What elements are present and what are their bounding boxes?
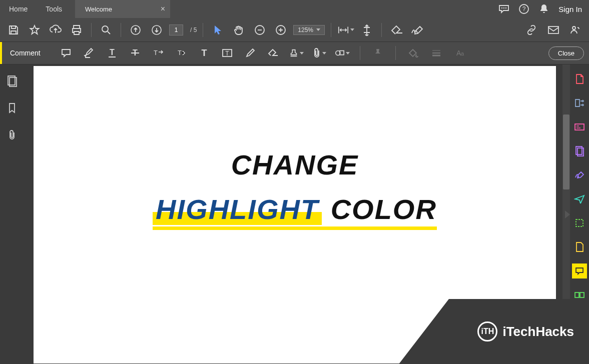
bookmarks-icon[interactable] [6,102,19,114]
email-icon[interactable] [545,22,562,38]
brand-logo-icon: iTH [477,322,497,342]
page-down-icon[interactable] [148,22,165,38]
comment-toolbar: Comment T T T T T T Aa Close [0,42,589,64]
text-comment-icon[interactable]: T [197,46,212,60]
pencil-draw-icon[interactable] [243,46,258,60]
svg-rect-29 [575,292,579,298]
hand-tool-icon[interactable] [230,22,247,38]
separator [203,23,203,37]
drawing-tools-icon[interactable] [335,46,350,60]
chevron-down-icon [316,28,320,31]
comment-label: Comment [10,49,41,57]
text-box-icon[interactable]: T [220,46,235,60]
help-icon[interactable]: ? [518,4,529,14]
fill-color-icon [406,46,421,60]
underline-text-icon[interactable]: T [105,46,120,60]
page-up-icon[interactable] [127,22,144,38]
zoom-level-value: 125% [298,26,313,34]
separator [395,46,396,60]
text-properties-icon: Aa [452,46,467,60]
fit-width-icon[interactable] [337,22,354,38]
notifications-icon[interactable] [538,4,549,14]
attach-icon[interactable] [312,46,327,60]
brand-name: iTechHacks [502,324,574,340]
chevron-down-icon [350,28,354,31]
highlight-tool-icon[interactable] [82,46,97,60]
titlebar-actions: ? Sign In [498,0,589,18]
svg-text:T: T [201,48,207,58]
share-people-icon[interactable] [567,22,584,38]
sticky-note-icon[interactable] [59,46,74,60]
organize-pages-icon[interactable] [572,144,587,158]
svg-rect-30 [580,292,584,298]
svg-point-2 [505,8,506,8]
separator [91,23,92,37]
fill-sign-icon[interactable] [572,168,587,182]
svg-point-1 [503,8,504,8]
svg-point-11 [572,26,575,30]
separator [121,23,121,37]
separator [381,23,382,37]
strikethrough-icon[interactable]: T [128,46,143,60]
page-number-input[interactable] [169,24,183,36]
sign-in-button[interactable]: Sign In [558,5,582,14]
expand-right-panel-icon[interactable] [565,210,570,218]
separator [331,23,331,37]
replace-text-icon[interactable]: T [151,46,166,60]
main-toolbar: / 5 125% [0,18,589,42]
doc-line-2: HIGHLIGHT COLOR [34,193,556,230]
save-icon[interactable] [5,22,22,38]
doc-highlight-word: HIGHLIGHT [153,194,322,225]
chevron-down-icon [322,52,326,54]
messages-icon[interactable] [498,4,509,14]
create-pdf-icon[interactable] [572,72,587,86]
svg-text:T: T [225,50,229,57]
svg-text:T: T [110,48,115,56]
titlebar: Home Tools Welcome × ? Sign In [0,0,589,18]
signatures-icon[interactable] [409,22,426,38]
scroll-mode-icon[interactable] [358,22,375,38]
stamp-icon[interactable] [289,46,304,60]
zoom-out-icon[interactable] [251,22,268,38]
tab-home[interactable]: Home [0,0,37,18]
close-tab-icon[interactable]: × [161,4,165,14]
svg-rect-10 [548,26,558,34]
doc-line-1: CHANGE [34,148,556,181]
compare-icon[interactable] [572,240,587,254]
star-icon[interactable] [26,22,43,38]
comment-tool-icon[interactable] [572,264,587,278]
svg-point-5 [102,26,108,32]
svg-text:?: ? [522,6,526,12]
zoom-in-icon[interactable] [272,22,289,38]
edit-pdf-icon[interactable] [572,120,587,134]
scrollbar-thumb[interactable] [563,114,569,190]
attachments-icon[interactable] [6,128,19,142]
separator [360,46,360,60]
tab-tools[interactable]: Tools [37,0,71,18]
send-for-signature-icon[interactable] [572,192,587,206]
find-icon[interactable] [98,22,115,38]
thumbnails-icon[interactable] [6,74,19,88]
tab-welcome[interactable]: Welcome × [75,0,170,18]
erase-icon[interactable] [388,22,405,38]
line-width-icon [429,46,444,60]
doc-color-word: COLOR [331,194,437,227]
svg-rect-28 [576,220,583,226]
optimize-pdf-icon[interactable] [572,216,587,230]
zoom-level-select[interactable]: 125% [293,25,325,35]
close-commentbar-button[interactable]: Close [548,46,584,60]
export-pdf-icon[interactable] [572,96,587,110]
pin-icon [370,46,385,60]
chevron-down-icon [346,52,350,54]
eraser-icon[interactable] [266,46,281,60]
tab-welcome-label: Welcome [85,6,112,13]
svg-rect-25 [575,124,584,130]
share-link-icon[interactable] [523,22,540,38]
select-tool-icon[interactable] [209,22,226,38]
page-total-label: / 5 [190,26,197,34]
upload-cloud-icon[interactable] [47,22,64,38]
print-icon[interactable] [68,22,85,38]
document-content: CHANGE HIGHLIGHT COLOR [34,148,556,230]
svg-point-0 [501,8,502,8]
insert-text-icon[interactable]: T [174,46,189,60]
